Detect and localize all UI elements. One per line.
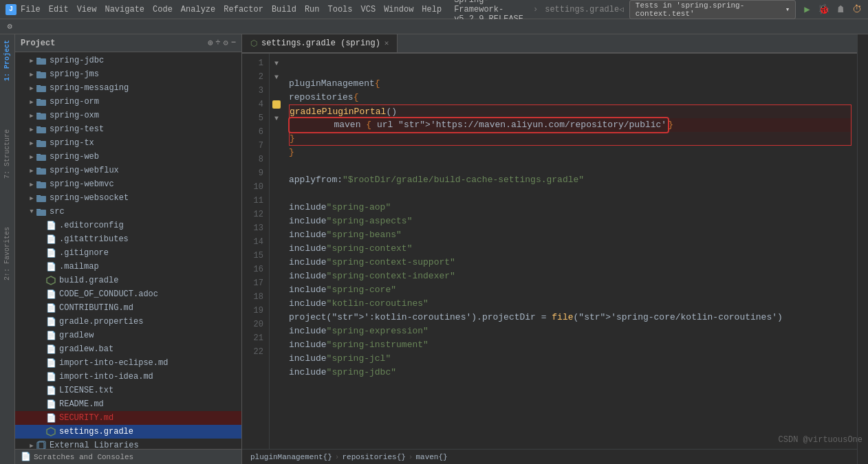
menu-code[interactable]: Code xyxy=(153,5,173,14)
code-line-2[interactable]: repositories { xyxy=(289,91,851,104)
editor-tab-settings-gradle[interactable]: ⬡ settings.gradle (spring) ✕ xyxy=(242,34,398,52)
tree-item-spring-webflux[interactable]: ▶spring-webflux xyxy=(15,164,241,177)
code-line-19[interactable]: include "spring-expression" xyxy=(289,324,851,338)
tree-arrow[interactable] xyxy=(37,290,45,298)
tree-item-spring-test[interactable]: ▶spring-test xyxy=(15,122,241,136)
sidebar-tab-favorites[interactable]: 2↑: Favorites xyxy=(2,224,12,283)
tree-arrow[interactable] xyxy=(37,249,45,257)
tree-arrow[interactable]: ▶ xyxy=(28,125,36,133)
tree-item-spring-oxm[interactable]: ▶spring-oxm xyxy=(15,109,241,122)
tree-arrow[interactable]: ▶ xyxy=(28,70,36,78)
tree-arrow[interactable]: ▶ xyxy=(28,98,36,106)
breadcrumb-item-1[interactable]: pluginManagement{} xyxy=(250,453,332,461)
tree-item-spring-messaging[interactable]: ▶spring-messaging xyxy=(15,81,241,95)
sidebar-tab-project[interactable]: 1: Project xyxy=(2,37,12,84)
tree-arrow[interactable]: ▶ xyxy=(28,84,36,92)
code-line-20[interactable]: include "spring-instrument" xyxy=(289,338,851,352)
menu-navigate[interactable]: Navigate xyxy=(105,5,144,14)
menu-tools[interactable]: Tools xyxy=(328,5,353,14)
code-line-9[interactable] xyxy=(289,187,851,201)
tree-arrow[interactable] xyxy=(37,276,45,285)
code-line-16[interactable]: include "spring-core" xyxy=(289,283,851,297)
tree-item-code_of_conduct.adoc[interactable]: 📄CODE_OF_CONDUCT.adoc xyxy=(15,287,241,301)
code-line-1[interactable]: pluginManagement { xyxy=(289,77,851,91)
tree-arrow[interactable] xyxy=(37,235,45,243)
tree-arrow[interactable]: ▶ xyxy=(28,139,36,147)
tree-arrow[interactable] xyxy=(37,386,45,395)
tree-arrow[interactable] xyxy=(37,318,45,326)
menu-file[interactable]: File xyxy=(21,5,41,14)
tree-arrow[interactable] xyxy=(37,345,45,353)
tree-arrow[interactable] xyxy=(37,221,45,230)
tree-item-license.txt[interactable]: 📄LICENSE.txt xyxy=(15,384,241,397)
tree-arrow[interactable]: ▼ xyxy=(28,208,36,216)
tree-arrow[interactable] xyxy=(37,414,45,422)
tree-item-.mailmap[interactable]: 📄.mailmap xyxy=(15,260,241,274)
fold-arrow[interactable]: ▼ xyxy=(274,115,279,122)
code-line-3[interactable]: gradlePluginPortal() xyxy=(289,104,851,118)
panel-icon-expand[interactable]: ⊕ xyxy=(208,38,213,48)
run-button[interactable]: ▶ xyxy=(801,3,812,16)
sidebar-tab-structure[interactable]: 7: Structure xyxy=(2,126,12,181)
tree-item-spring-webmvc[interactable]: ▶spring-webmvc xyxy=(15,177,241,191)
code-line-6[interactable]: } xyxy=(289,146,851,159)
code-line-8[interactable]: apply from: "$rootDir/gradle/build-cache… xyxy=(289,173,851,187)
menu-window[interactable]: Window xyxy=(384,5,413,14)
tree-item-spring-jms[interactable]: ▶spring-jms xyxy=(15,67,241,81)
tree-arrow[interactable]: ▶ xyxy=(28,441,36,449)
tree-arrow[interactable] xyxy=(37,400,45,408)
code-line-7[interactable] xyxy=(289,159,851,173)
tree-item-spring-tx[interactable]: ▶spring-tx xyxy=(15,136,241,150)
tree-item-readme.md[interactable]: 📄README.md xyxy=(15,397,241,411)
scratches-consoles-link[interactable]: 📄 Scratches and Consoles xyxy=(21,452,133,462)
code-area[interactable]: 12345678910111213141516171819202122 ▼▼▼ … xyxy=(242,54,857,449)
menu-edit[interactable]: Edit xyxy=(49,5,69,14)
tree-item-spring-web[interactable]: ▶spring-web xyxy=(15,150,241,164)
tree-item-external-libraries[interactable]: ▶External Libraries xyxy=(15,439,241,449)
tree-arrow[interactable]: ▶ xyxy=(28,56,36,65)
breadcrumb-item-3[interactable]: maven{} xyxy=(415,453,447,461)
tree-item-import-into-eclipse.md[interactable]: 📄import-into-eclipse.md xyxy=(15,356,241,370)
tree-arrow[interactable] xyxy=(37,428,45,436)
tree-item-spring-websocket[interactable]: ▶spring-websocket xyxy=(15,191,241,205)
tree-item-gradlew[interactable]: 📄gradlew xyxy=(15,329,241,342)
fold-arrow[interactable]: ▼ xyxy=(274,74,279,81)
tree-item-gradlew.bat[interactable]: 📄gradlew.bat xyxy=(15,342,241,356)
run-config-selector[interactable]: Tests in 'spring.spring-context.test' ▾ xyxy=(629,0,796,19)
tree-item-spring-orm[interactable]: ▶spring-orm xyxy=(15,95,241,109)
code-line-22[interactable]: include "spring-jdbc" xyxy=(289,366,851,379)
menu-view[interactable]: View xyxy=(77,5,97,14)
code-editor[interactable]: pluginManagement { repositories { gradle… xyxy=(283,54,857,449)
code-line-5[interactable]: } xyxy=(289,132,851,146)
menu-bar[interactable]: File Edit View Navigate Code Analyze Ref… xyxy=(21,5,442,14)
code-line-4[interactable]: maven { url "str">'https://maven.aliyun.… xyxy=(289,118,851,132)
menu-build[interactable]: Build xyxy=(272,5,296,14)
tree-arrow[interactable] xyxy=(37,304,45,312)
tree-item-security.md[interactable]: 📄SECURITY.md xyxy=(15,411,241,425)
panel-icon-settings[interactable]: ⚙ xyxy=(224,38,228,48)
menu-refactor[interactable]: Refactor xyxy=(224,5,263,14)
project-settings-icon[interactable]: ⚙ xyxy=(3,20,17,34)
tree-arrow[interactable] xyxy=(37,359,45,367)
tree-item-settings.gradle[interactable]: settings.gradle xyxy=(15,425,241,439)
code-line-13[interactable]: include "spring-context" xyxy=(289,242,851,256)
tree-item-.editorconfig[interactable]: 📄.editorconfig xyxy=(15,219,241,232)
menu-help[interactable]: Help xyxy=(422,5,442,14)
code-line-17[interactable]: include "kotlin-coroutines" xyxy=(289,297,851,311)
tree-item-build.gradle[interactable]: build.gradle xyxy=(15,274,241,287)
tree-arrow[interactable] xyxy=(37,373,45,381)
menu-vcs[interactable]: VCS xyxy=(361,5,376,14)
breadcrumb-item-2[interactable]: repositories{} xyxy=(342,453,405,461)
project-tree[interactable]: ▶spring-jdbc▶spring-jms▶spring-messaging… xyxy=(15,52,241,449)
tree-arrow[interactable]: ▶ xyxy=(28,180,36,188)
coverage-button[interactable]: ☗ xyxy=(835,3,846,16)
tree-arrow[interactable] xyxy=(37,331,45,340)
tree-arrow[interactable]: ▶ xyxy=(28,194,36,202)
tree-item-.gitignore[interactable]: 📄.gitignore xyxy=(15,246,241,260)
panel-icon-collapse[interactable]: ÷ xyxy=(215,38,220,48)
back-btn[interactable]: ◁ xyxy=(619,5,624,14)
code-line-12[interactable]: include "spring-beans" xyxy=(289,228,851,242)
tab-close-button[interactable]: ✕ xyxy=(384,40,389,47)
tree-item-import-into-idea.md[interactable]: 📄import-into-idea.md xyxy=(15,370,241,384)
tree-item-.gitattributes[interactable]: 📄.gitattributes xyxy=(15,232,241,246)
